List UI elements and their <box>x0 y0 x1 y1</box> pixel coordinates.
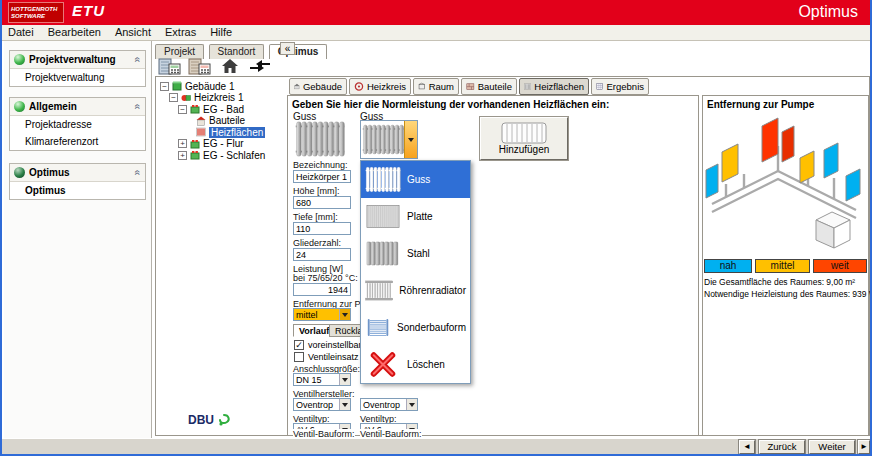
step-gebaeude[interactable]: Gebäude <box>289 78 347 95</box>
radiator2-type-select[interactable] <box>360 120 418 159</box>
components-step-icon <box>466 81 475 92</box>
brand-line2: SOFTWARE <box>11 13 61 20</box>
tree-label: EG - Flur <box>203 138 244 149</box>
prev-arrow-button[interactable]: ◄ <box>739 440 755 454</box>
fwd-arrow-button[interactable]: ► <box>858 440 870 454</box>
tree-row-heizkreis[interactable]: − Heizkreis 1 <box>169 92 243 104</box>
tree-row-gebaeude[interactable]: − Gebäude 1 <box>160 80 235 92</box>
hoehe-label: Höhe [mm]: <box>293 186 340 196</box>
room-icon <box>190 104 200 114</box>
sidebar-item-klimareferenzort[interactable]: Klimareferenzort <box>10 133 145 150</box>
tree-row-eg-bad[interactable]: − EG - Bad <box>178 103 244 115</box>
hersteller-combo-2[interactable]: Oventrop <box>360 398 418 411</box>
distance-nah-button[interactable]: nah <box>704 259 752 273</box>
dropdown-option-stahl[interactable]: Stahl <box>361 235 470 272</box>
step-label: Heizflächen <box>534 81 584 92</box>
tiefe-input[interactable] <box>293 222 351 235</box>
next-button[interactable]: Weiter <box>809 440 855 454</box>
leistung-label-2: bei 75/65/20 °C: <box>293 273 358 283</box>
sidebar-section-projektverwaltung: Projektverwaltung « Projektverwaltung <box>9 50 146 87</box>
tree-row-eg-schlafen[interactable]: + EG - Schlafen <box>178 149 265 161</box>
combo-arrow[interactable] <box>339 309 350 320</box>
project-calc-button[interactable] <box>157 56 183 76</box>
sidebar-item-projektverwaltung[interactable]: Projektverwaltung <box>10 69 145 86</box>
step-bauteile[interactable]: Bauteile <box>461 78 517 95</box>
tree-expander-icon[interactable]: − <box>178 105 187 114</box>
option-label: Platte <box>407 211 433 222</box>
chevron-up-icon: « <box>133 57 144 63</box>
dropdown-option-loeschen[interactable]: Löschen <box>361 346 470 383</box>
heating-circuit-icon <box>181 93 191 103</box>
building-calc-icon <box>158 57 182 75</box>
dropdown-option-platte[interactable]: Platte <box>361 198 470 235</box>
hersteller-value: Oventrop <box>294 400 339 410</box>
radiator2-image <box>362 121 404 158</box>
room-heating-info: Notwendige Heizleistung des Raumes: 939 … <box>704 289 872 299</box>
tree-expander-icon[interactable]: − <box>160 82 169 91</box>
tree-expander-icon[interactable]: + <box>178 139 187 148</box>
dropdown-option-roehrenradiator[interactable]: Röhrenradiator <box>361 272 470 309</box>
building-calc-button[interactable] <box>187 56 213 76</box>
chevron-down-icon <box>342 403 348 407</box>
tree-row-bauteile[interactable]: Bauteile <box>196 115 245 127</box>
radiator1-image <box>293 121 347 157</box>
dbu-swirl-icon <box>216 413 232 427</box>
dropdown-arrow-button[interactable] <box>404 121 417 158</box>
checkbox-checked-icon[interactable]: ✓ <box>294 340 304 350</box>
collapse-tree-button[interactable]: « <box>280 42 295 55</box>
titlebar: HOTTGENROTH SOFTWARE ETU Optimus <box>0 0 872 25</box>
app-title: Optimus <box>798 3 858 21</box>
building-step-icon <box>294 81 300 92</box>
sidebar-item-projektadresse[interactable]: Projektadresse <box>10 116 145 133</box>
back-button[interactable]: Zurück <box>759 440 805 454</box>
sidebar-item-optimus[interactable]: Optimus <box>10 182 145 199</box>
tree-row-eg-flur[interactable]: + EG - Flur <box>178 138 244 150</box>
distance-mittel-button[interactable]: mittel <box>755 259 810 273</box>
menu-extras[interactable]: Extras <box>165 26 196 39</box>
hoehe-input[interactable] <box>293 196 351 209</box>
add-radiator-button[interactable]: Hinzufügen <box>480 117 568 160</box>
combo-arrow[interactable] <box>339 399 350 410</box>
tree-expander-icon[interactable]: − <box>169 93 178 102</box>
dropdown-option-guss[interactable]: Guss <box>361 161 470 198</box>
step-heizflaechen[interactable]: Heizflächen <box>519 78 589 95</box>
step-label: Gebäude <box>303 81 342 92</box>
anschluss-combo[interactable]: DN 15 <box>293 373 351 386</box>
menu-bearbeiten[interactable]: Bearbeiten <box>48 26 101 39</box>
radiator-type-dropdown: Guss Platte Stahl Röhrenradiator Sonderb… <box>360 160 471 384</box>
voreinstellbar-row[interactable]: ✓ voreinstellbar <box>294 340 362 350</box>
dropdown-option-sonderbauform[interactable]: Sonderbauform <box>361 309 470 346</box>
delete-x-icon <box>365 351 401 378</box>
entfernung-combo[interactable]: mittel <box>293 308 351 321</box>
leistung-input[interactable] <box>293 283 351 296</box>
tree-label-selected: Heizflächen <box>209 127 265 138</box>
add-radiator-icon <box>501 122 547 144</box>
home-button[interactable] <box>217 56 243 76</box>
combo-arrow[interactable] <box>339 374 350 385</box>
transfer-button[interactable] <box>247 56 273 76</box>
menu-ansicht[interactable]: Ansicht <box>115 26 151 39</box>
tree-expander-icon[interactable]: + <box>178 151 187 160</box>
checkbox-unchecked-icon[interactable] <box>294 352 304 362</box>
tree-row-heizflaechen[interactable]: Heizflächen <box>196 126 265 138</box>
gliederzahl-input[interactable] <box>293 248 351 261</box>
step-raum[interactable]: Raum <box>413 78 459 95</box>
hersteller-combo[interactable]: Oventrop <box>293 398 351 411</box>
roehren-radiator-icon <box>365 277 393 304</box>
chevron-up-icon: « <box>133 104 144 110</box>
combo-arrow[interactable] <box>406 399 417 410</box>
menu-hilfe[interactable]: Hilfe <box>210 26 232 39</box>
step-heizkreis[interactable]: Heizkreis <box>349 78 411 95</box>
ventileinsatz-row[interactable]: Ventileinsatz <box>294 352 359 362</box>
bezeichnung-input[interactable] <box>293 170 351 183</box>
option-label: Löschen <box>407 359 445 370</box>
option-label: Sonderbauform <box>397 322 466 333</box>
step-ergebnis[interactable]: Ergebnis <box>591 78 649 95</box>
tab-optimus[interactable]: Optimus <box>269 44 328 59</box>
distance-weit-button[interactable]: weit <box>813 259 867 273</box>
green-sphere-icon <box>14 101 25 112</box>
section-header-allgemein[interactable]: Allgemein « <box>10 98 145 116</box>
section-header-projektverwaltung[interactable]: Projektverwaltung « <box>10 51 145 69</box>
section-header-optimus[interactable]: Optimus « <box>10 164 145 182</box>
menu-datei[interactable]: Datei <box>8 26 34 39</box>
